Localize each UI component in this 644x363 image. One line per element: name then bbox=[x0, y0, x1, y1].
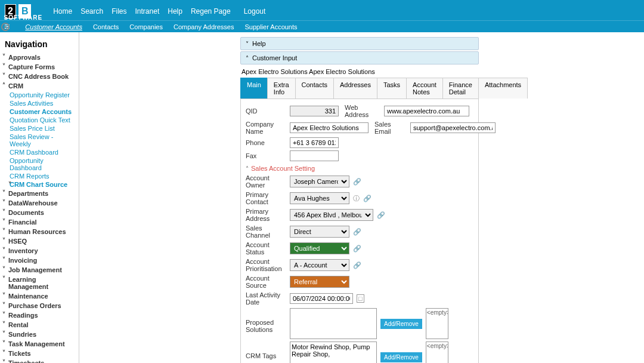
nav-task-mgmt[interactable]: Task Management bbox=[4, 339, 75, 349]
nav-title: Navigation bbox=[5, 39, 75, 49]
subnav-company-addresses[interactable]: Company Addresses bbox=[174, 23, 234, 30]
calendar-icon[interactable]: □ bbox=[357, 294, 364, 303]
link-icon[interactable]: 🔗 bbox=[363, 195, 371, 202]
nav-opportunity-register[interactable]: Opportunity Register bbox=[10, 91, 75, 99]
nav-crm[interactable]: CRM bbox=[4, 81, 75, 91]
chan-select[interactable]: Direct bbox=[290, 226, 349, 238]
subnav-customer-accounts[interactable]: Customer Accounts bbox=[25, 23, 82, 30]
email-field[interactable] bbox=[410, 122, 496, 133]
nav-sales-price[interactable]: Sales Price List bbox=[10, 124, 75, 133]
nav-readings[interactable]: Readings bbox=[4, 310, 75, 320]
section-sales-account: ˄Sales Account Setting bbox=[246, 165, 473, 172]
chevron-down-icon[interactable]: ˅ bbox=[246, 41, 249, 47]
nav-sales-review[interactable]: Sales Review - Weekly bbox=[10, 133, 75, 148]
psol-options-list[interactable]: <empty> bbox=[426, 308, 448, 339]
owner-select[interactable]: Joseph Cameron bbox=[290, 176, 349, 187]
customer-input-panel: ˄ Customer Input bbox=[240, 51, 479, 64]
tags-label: CRM Tags bbox=[246, 352, 286, 359]
psol-addremove-button[interactable]: Add/Remove bbox=[380, 319, 422, 329]
nav-inventory[interactable]: Inventory bbox=[4, 246, 75, 256]
nav-datawarehouse[interactable]: DataWarehouse bbox=[4, 198, 75, 208]
menu-logout[interactable]: Logout bbox=[244, 7, 266, 16]
link-icon[interactable]: 🔗 bbox=[377, 211, 385, 219]
web-field[interactable] bbox=[384, 106, 469, 116]
cname-label: Company Name bbox=[246, 121, 286, 135]
menu-home[interactable]: Home bbox=[53, 7, 72, 16]
subnav-supplier-accounts[interactable]: Supplier Accounts bbox=[244, 23, 297, 30]
nav-tickets[interactable]: Tickets bbox=[4, 349, 75, 358]
subnav-companies[interactable]: Companies bbox=[129, 23, 163, 30]
link-icon[interactable]: 🔗 bbox=[353, 245, 361, 253]
tags-addremove-button[interactable]: Add/Remove bbox=[380, 352, 422, 362]
sidebar: Navigation Approvals Capture Forms CNC A… bbox=[0, 32, 79, 363]
nav-sundries[interactable]: Sundries bbox=[4, 330, 75, 339]
info-icon[interactable]: ⓘ bbox=[353, 194, 360, 203]
subnav-contacts[interactable]: Contacts bbox=[93, 23, 119, 30]
content-area: ˅ Help ˄ Customer Input Apex Electro Sol… bbox=[79, 32, 644, 363]
psol-label: Proposed Solutions bbox=[246, 319, 286, 333]
nav-departments[interactable]: Departments bbox=[4, 189, 75, 198]
lad-field[interactable] bbox=[290, 293, 353, 304]
phone-label: Phone bbox=[246, 139, 286, 146]
menu-files[interactable]: Files bbox=[112, 7, 126, 16]
tab-main[interactable]: Main bbox=[240, 78, 268, 99]
fax-field[interactable] bbox=[290, 150, 339, 161]
tags-options-list[interactable]: <empty> bbox=[426, 342, 448, 363]
cname-field[interactable] bbox=[290, 122, 369, 133]
nav-capture-forms[interactable]: Capture Forms bbox=[4, 62, 75, 72]
nav-crm-reports[interactable]: CRM Reports bbox=[10, 172, 75, 180]
prio-select[interactable]: A - Account bbox=[290, 259, 349, 271]
customer-input-label: Customer Input bbox=[252, 54, 297, 61]
nav-rental[interactable]: Rental bbox=[4, 320, 75, 330]
nav-quotation-quick[interactable]: Quotation Quick Text bbox=[10, 116, 75, 124]
phone-field[interactable] bbox=[290, 137, 339, 148]
nav-customer-accounts[interactable]: Customer Accounts bbox=[10, 107, 75, 116]
link-icon[interactable]: 🔗 bbox=[353, 228, 361, 236]
nav-sales-activities[interactable]: Sales Activities bbox=[10, 99, 75, 107]
nav-learning-mgmt[interactable]: Learning Management bbox=[4, 275, 75, 291]
help-label[interactable]: Help bbox=[252, 40, 266, 47]
psol-textarea[interactable] bbox=[290, 308, 377, 339]
nav-timesheets[interactable]: Timesheets bbox=[4, 358, 75, 363]
nav-documents[interactable]: Documents bbox=[4, 208, 75, 217]
status-label: Account Status bbox=[246, 241, 286, 256]
nav-hr[interactable]: Human Resources bbox=[4, 227, 75, 236]
nav-job-mgmt[interactable]: Job Management bbox=[4, 265, 75, 275]
tab-tasks[interactable]: Tasks bbox=[377, 78, 407, 99]
menu-intranet[interactable]: Intranet bbox=[135, 7, 160, 16]
menu-help[interactable]: Help bbox=[168, 7, 182, 16]
tags-textarea[interactable]: Motor Rewind Shop, Pump Repair Shop, bbox=[290, 342, 377, 363]
brand-sub: SOFTWARE bbox=[4, 14, 42, 21]
sub-nav: ≡ Customer Accounts Contacts Companies C… bbox=[0, 20, 644, 32]
close-icon[interactable]: ✕ bbox=[1, 23, 10, 31]
tab-finance-detail[interactable]: Finance Detail bbox=[442, 78, 479, 99]
nav-invoicing[interactable]: Invoicing bbox=[4, 256, 75, 265]
tab-addresses[interactable]: Addresses bbox=[333, 78, 377, 99]
nav-opportunity-dashboard[interactable]: Opportunity Dashboard bbox=[10, 156, 75, 172]
nav-financial[interactable]: Financial bbox=[4, 217, 75, 227]
tab-account-notes[interactable]: Account Notes bbox=[406, 78, 443, 99]
chevron-up-icon[interactable]: ˄ bbox=[246, 55, 249, 61]
nav-crm-chart-source[interactable]: CRM Chart Source bbox=[10, 180, 75, 189]
src-select[interactable]: Referral bbox=[290, 276, 349, 288]
nav-cnc-address[interactable]: CNC Address Book bbox=[4, 72, 75, 81]
nav-purchase-orders[interactable]: Purchase Orders bbox=[4, 301, 75, 310]
qid-field bbox=[290, 106, 339, 116]
nav-crm-dashboard[interactable]: CRM Dashboard bbox=[10, 148, 75, 156]
chevron-up-icon[interactable]: ˄ bbox=[246, 165, 249, 172]
tab-extra-info[interactable]: Extra Info bbox=[267, 78, 296, 99]
src-label: Account Source bbox=[246, 275, 286, 289]
menu-regen[interactable]: Regen Page bbox=[191, 7, 231, 16]
nav-maintenance[interactable]: Maintenance bbox=[4, 291, 75, 301]
nav-approvals[interactable]: Approvals bbox=[4, 53, 75, 62]
paddr-select[interactable]: 456 Apex Blvd , Melbourne, VIC, 3000 bbox=[290, 209, 373, 221]
tab-attachments[interactable]: Attachments bbox=[478, 78, 528, 99]
menu-search[interactable]: Search bbox=[80, 7, 103, 16]
tab-contacts[interactable]: Contacts bbox=[295, 78, 334, 99]
pcontact-select[interactable]: Ava Hughes bbox=[290, 192, 349, 204]
link-icon[interactable]: 🔗 bbox=[353, 262, 361, 269]
nav-hseq[interactable]: HSEQ bbox=[4, 236, 75, 246]
link-icon[interactable]: 🔗 bbox=[353, 178, 361, 186]
fax-label: Fax bbox=[246, 152, 286, 159]
status-select[interactable]: Qualified bbox=[290, 242, 349, 254]
